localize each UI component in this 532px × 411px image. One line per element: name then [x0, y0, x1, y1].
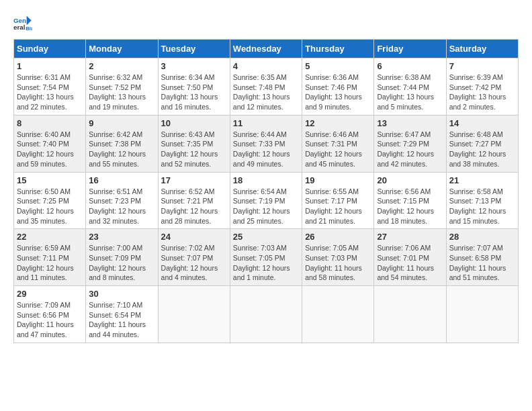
day-of-week-header: Saturday [446, 40, 518, 58]
day-number: 4 [233, 61, 299, 71]
day-number: 5 [305, 61, 371, 71]
day-of-week-header: Monday [86, 40, 158, 58]
day-info: Sunrise: 6:55 AMSunset: 7:17 PMDaylight:… [305, 187, 371, 226]
day-of-week-header: Sunday [14, 40, 86, 58]
calendar-day-cell: 26Sunrise: 7:05 AMSunset: 7:03 PMDayligh… [302, 229, 374, 286]
day-info: Sunrise: 6:50 AMSunset: 7:25 PMDaylight:… [17, 187, 83, 226]
calendar-day-cell: 16Sunrise: 6:51 AMSunset: 7:23 PMDayligh… [86, 172, 158, 229]
day-info: Sunrise: 6:48 AMSunset: 7:27 PMDaylight:… [449, 130, 515, 169]
day-number: 30 [89, 289, 154, 299]
calendar-week-row: 15Sunrise: 6:50 AMSunset: 7:25 PMDayligh… [14, 172, 519, 229]
day-info: Sunrise: 6:46 AMSunset: 7:31 PMDaylight:… [305, 130, 371, 169]
calendar-day-cell: 20Sunrise: 6:56 AMSunset: 7:15 PMDayligh… [374, 172, 446, 229]
day-number: 18 [233, 175, 299, 185]
calendar-day-cell: 10Sunrise: 6:43 AMSunset: 7:35 PMDayligh… [158, 115, 230, 172]
calendar-day-cell: 3Sunrise: 6:34 AMSunset: 7:50 PMDaylight… [158, 58, 230, 116]
calendar-day-cell: 6Sunrise: 6:38 AMSunset: 7:44 PMDaylight… [374, 58, 446, 116]
calendar-week-row: 22Sunrise: 6:59 AMSunset: 7:11 PMDayligh… [14, 229, 519, 286]
day-info: Sunrise: 7:06 AMSunset: 7:01 PMDaylight:… [377, 243, 443, 283]
day-info: Sunrise: 6:43 AMSunset: 7:35 PMDaylight:… [161, 130, 227, 169]
logo-icon: Gen eral Blue [13, 13, 32, 32]
day-info: Sunrise: 6:39 AMSunset: 7:42 PMDaylight:… [449, 73, 515, 112]
day-info: Sunrise: 6:44 AMSunset: 7:33 PMDaylight:… [233, 130, 299, 169]
svg-text:eral: eral [13, 24, 26, 31]
logo: Gen eral Blue [13, 13, 35, 32]
calendar-day-cell [302, 286, 374, 343]
day-info: Sunrise: 6:36 AMSunset: 7:46 PMDaylight:… [305, 73, 371, 112]
day-info: Sunrise: 7:09 AMSunset: 6:56 PMDaylight:… [17, 300, 83, 340]
day-info: Sunrise: 6:38 AMSunset: 7:44 PMDaylight:… [377, 73, 443, 112]
day-info: Sunrise: 6:59 AMSunset: 7:11 PMDaylight:… [17, 243, 83, 283]
day-number: 17 [161, 175, 227, 185]
day-info: Sunrise: 6:35 AMSunset: 7:48 PMDaylight:… [233, 73, 299, 112]
day-info: Sunrise: 6:47 AMSunset: 7:29 PMDaylight:… [377, 130, 443, 169]
day-info: Sunrise: 6:32 AMSunset: 7:52 PMDaylight:… [89, 73, 154, 112]
day-number: 11 [233, 118, 299, 128]
day-of-week-header: Tuesday [158, 40, 230, 58]
day-info: Sunrise: 6:31 AMSunset: 7:54 PMDaylight:… [17, 73, 83, 112]
day-info: Sunrise: 7:05 AMSunset: 7:03 PMDaylight:… [305, 243, 371, 283]
calendar-day-cell: 28Sunrise: 7:07 AMSunset: 6:58 PMDayligh… [446, 229, 518, 286]
calendar-day-cell: 23Sunrise: 7:00 AMSunset: 7:09 PMDayligh… [86, 229, 158, 286]
day-number: 29 [17, 289, 83, 299]
day-info: Sunrise: 7:07 AMSunset: 6:58 PMDaylight:… [449, 243, 515, 283]
calendar-day-cell: 8Sunrise: 6:40 AMSunset: 7:40 PMDaylight… [14, 115, 86, 172]
page-header: Gen eral Blue [13, 13, 519, 32]
day-number: 15 [17, 175, 83, 185]
calendar-day-cell [446, 286, 518, 343]
day-info: Sunrise: 6:58 AMSunset: 7:13 PMDaylight:… [449, 187, 515, 226]
calendar-day-cell: 1Sunrise: 6:31 AMSunset: 7:54 PMDaylight… [14, 58, 86, 116]
calendar-day-cell [230, 286, 302, 343]
day-number: 9 [89, 118, 154, 128]
day-number: 13 [377, 118, 443, 128]
calendar-header-row: SundayMondayTuesdayWednesdayThursdayFrid… [14, 40, 519, 58]
day-info: Sunrise: 6:40 AMSunset: 7:40 PMDaylight:… [17, 130, 83, 169]
calendar-day-cell: 19Sunrise: 6:55 AMSunset: 7:17 PMDayligh… [302, 172, 374, 229]
calendar-day-cell: 11Sunrise: 6:44 AMSunset: 7:33 PMDayligh… [230, 115, 302, 172]
day-info: Sunrise: 6:34 AMSunset: 7:50 PMDaylight:… [161, 73, 227, 112]
calendar-day-cell: 14Sunrise: 6:48 AMSunset: 7:27 PMDayligh… [446, 115, 518, 172]
calendar-day-cell: 24Sunrise: 7:02 AMSunset: 7:07 PMDayligh… [158, 229, 230, 286]
calendar-day-cell: 2Sunrise: 6:32 AMSunset: 7:52 PMDaylight… [86, 58, 158, 116]
calendar-day-cell: 12Sunrise: 6:46 AMSunset: 7:31 PMDayligh… [302, 115, 374, 172]
day-of-week-header: Thursday [302, 40, 374, 58]
calendar-day-cell: 17Sunrise: 6:52 AMSunset: 7:21 PMDayligh… [158, 172, 230, 229]
day-number: 6 [377, 61, 443, 71]
calendar-day-cell: 4Sunrise: 6:35 AMSunset: 7:48 PMDaylight… [230, 58, 302, 116]
day-number: 10 [161, 118, 227, 128]
day-number: 26 [305, 232, 371, 242]
day-number: 7 [449, 61, 515, 71]
calendar-day-cell: 15Sunrise: 6:50 AMSunset: 7:25 PMDayligh… [14, 172, 86, 229]
day-number: 2 [89, 61, 154, 71]
day-number: 19 [305, 175, 371, 185]
calendar-week-row: 1Sunrise: 6:31 AMSunset: 7:54 PMDaylight… [14, 58, 519, 116]
calendar-day-cell: 5Sunrise: 6:36 AMSunset: 7:46 PMDaylight… [302, 58, 374, 116]
calendar-day-cell: 9Sunrise: 6:42 AMSunset: 7:38 PMDaylight… [86, 115, 158, 172]
day-info: Sunrise: 7:02 AMSunset: 7:07 PMDaylight:… [161, 243, 227, 283]
calendar-day-cell: 7Sunrise: 6:39 AMSunset: 7:42 PMDaylight… [446, 58, 518, 116]
day-number: 22 [17, 232, 83, 242]
day-number: 14 [449, 118, 515, 128]
svg-marker-2 [27, 16, 32, 26]
svg-text:Blue: Blue [26, 26, 32, 32]
day-info: Sunrise: 6:54 AMSunset: 7:19 PMDaylight:… [233, 187, 299, 226]
day-of-week-header: Wednesday [230, 40, 302, 58]
day-number: 16 [89, 175, 154, 185]
calendar-day-cell [374, 286, 446, 343]
calendar-day-cell: 29Sunrise: 7:09 AMSunset: 6:56 PMDayligh… [14, 286, 86, 343]
day-number: 28 [449, 232, 515, 242]
calendar-day-cell: 18Sunrise: 6:54 AMSunset: 7:19 PMDayligh… [230, 172, 302, 229]
day-number: 1 [17, 61, 83, 71]
calendar-day-cell: 22Sunrise: 6:59 AMSunset: 7:11 PMDayligh… [14, 229, 86, 286]
day-info: Sunrise: 7:10 AMSunset: 6:54 PMDaylight:… [89, 300, 154, 340]
calendar-week-row: 29Sunrise: 7:09 AMSunset: 6:56 PMDayligh… [14, 286, 519, 343]
day-number: 25 [233, 232, 299, 242]
day-number: 20 [377, 175, 443, 185]
day-info: Sunrise: 6:52 AMSunset: 7:21 PMDaylight:… [161, 187, 227, 226]
day-number: 8 [17, 118, 83, 128]
day-number: 12 [305, 118, 371, 128]
day-info: Sunrise: 6:42 AMSunset: 7:38 PMDaylight:… [89, 130, 154, 169]
calendar-day-cell: 21Sunrise: 6:58 AMSunset: 7:13 PMDayligh… [446, 172, 518, 229]
calendar-day-cell: 27Sunrise: 7:06 AMSunset: 7:01 PMDayligh… [374, 229, 446, 286]
day-info: Sunrise: 7:00 AMSunset: 7:09 PMDaylight:… [89, 243, 154, 283]
